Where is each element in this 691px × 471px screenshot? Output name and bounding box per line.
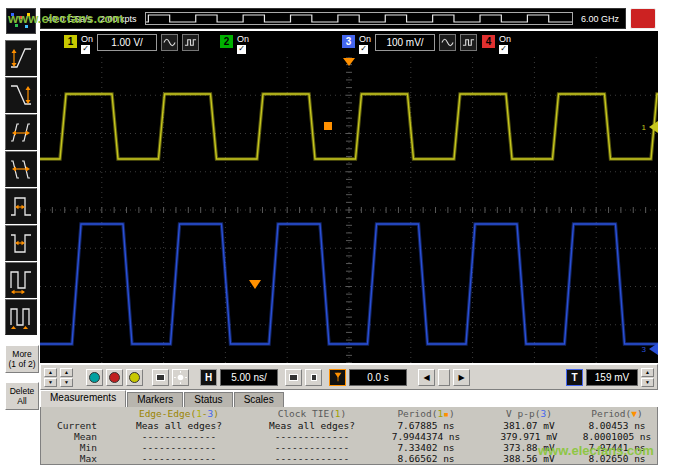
spin-down-button[interactable]: ▼ [60,378,73,387]
spin-up-button[interactable]: ▲ [44,368,57,377]
channel-2-checkbox[interactable]: ✓ [237,45,246,54]
logo-pixel [19,16,22,19]
table-row-min: Min ------------- ------------- 7.33402 … [41,442,657,453]
measurement-value: ------------- [105,453,253,464]
channel-1-checkbox[interactable]: ✓ [81,45,90,54]
measurement-value: 373.88 mV [481,442,577,453]
measurement-sidebar: More (1 of 2) Delete All [5,40,39,410]
pan-reset-button[interactable] [438,369,450,386]
fall-time-icon[interactable] [5,77,37,113]
square-wave-icon [462,36,475,49]
spin-down-button[interactable]: ▼ [641,378,654,387]
channel-1-coupling-button[interactable] [161,34,178,51]
column-header-clock-tie[interactable]: Clock TIE(1) [253,408,371,419]
period-icon[interactable] [5,262,37,298]
zoom-window-button[interactable] [285,369,302,386]
waveform-display[interactable]: 13 [40,57,658,363]
delta-time-rising-icon[interactable] [5,114,37,150]
tab-measurements[interactable]: Measurements [40,390,126,407]
trigger-level-readout[interactable]: 159 mV [586,369,638,386]
screen-icon [156,374,165,381]
channel-3-badge[interactable]: 3 [342,35,355,48]
square-wave-icon [184,36,197,49]
column-header-period-1[interactable]: Period(1▪) [371,408,481,419]
channel-1-scale[interactable]: 1.00 V/ [97,34,157,51]
positive-pulse-width-icon[interactable] [5,188,37,224]
brightness-button[interactable] [172,369,189,386]
trigger-icon[interactable]: T [566,369,583,386]
channel-2-badge[interactable]: 2 [220,35,233,48]
teal-circle-icon [89,372,100,383]
preview-waveform [146,13,572,24]
channel-3-checkbox[interactable]: ✓ [359,45,368,54]
spin-up-button[interactable]: ▲ [641,368,654,377]
time-reference-icon[interactable] [329,369,346,386]
sine-icon [163,36,176,49]
scope-graticule: 13 [40,57,658,363]
channel-1-probe-button[interactable] [182,34,199,51]
display-settings-button[interactable] [152,369,169,386]
column-header-edge-edge[interactable]: Edge-Edge(1-3) [105,408,253,419]
channel-3-controls: 3 On ✓ 100 mV/ [342,35,477,54]
channel-2-on-label: On [237,35,249,44]
channel-3-coupling-button[interactable] [439,34,456,51]
logo-pixel [11,13,14,16]
row-label: Current [41,420,105,431]
pan-right-button[interactable]: ▶ [453,369,470,386]
channel-1-controls: 1 On ✓ 1.00 V/ [64,35,199,54]
table-row-current: Current Meas all edges? Meas all edges? … [41,420,657,431]
measurements-table: Edge-Edge(1-3) Clock TIE(1) Period(1▪) V… [40,407,658,465]
sine-icon [441,36,454,49]
channel-4-checkbox[interactable]: ✓ [499,45,508,54]
measurement-value: Meas all edges? [253,420,371,431]
marker-color-yellow-button[interactable] [126,369,143,386]
measurement-value: 388.56 mV [481,453,577,464]
channel-1-badge[interactable]: 1 [64,35,77,48]
more-label: More [6,349,38,359]
delete-label: Delete [6,386,38,396]
measurement-value: ------------- [253,431,371,442]
table-header-row: Edge-Edge(1-3) Clock TIE(1) Period(1▪) V… [41,407,657,420]
vertical-scale-spinner: ▲ ▼ [44,368,57,387]
yellow-circle-icon [129,372,140,383]
channel-3-on-label: On [359,35,371,44]
column-header-period-2[interactable]: Period(▼) [577,408,657,419]
stop-button[interactable] [630,8,656,29]
channel-4-badge[interactable]: 4 [482,35,495,48]
channel-3-probe-button[interactable] [460,34,477,51]
tab-status[interactable]: Status [184,392,232,407]
delete-all-button[interactable]: Delete All [5,382,39,410]
channel-4-on-label: On [499,35,511,44]
tab-scales[interactable]: Scales [234,392,284,407]
delay-readout[interactable]: 0.0 s [349,369,407,386]
infiniium-logo [6,8,36,34]
table-row-mean: Mean ------------- ------------- 7.99443… [41,431,657,442]
channel-3-scale[interactable]: 100 mV/ [375,34,435,51]
pan-left-button[interactable]: ◀ [418,369,435,386]
measurement-value: 8.00453 ns [577,420,657,431]
negative-pulse-width-icon[interactable] [5,225,37,261]
measurement-value: 379.971 mV [481,431,577,442]
measurement-value: 8.02650 ns [577,453,657,464]
logo-pixel [25,25,28,28]
sample-rate-readout: 40.0 GSa/s [47,14,92,24]
measurement-value: 7.97441 ns [577,442,657,453]
spin-up-button[interactable]: ▲ [60,368,73,377]
rise-time-icon[interactable] [5,40,37,76]
delete-label-2: All [6,396,38,406]
column-header-vpp[interactable]: V p-p(3) [481,408,577,419]
tab-markers[interactable]: Markers [127,392,183,407]
delta-time-falling-icon[interactable] [5,151,37,187]
red-circle-icon [109,372,120,383]
zoom-window-2-button[interactable] [305,369,322,386]
window-icon [289,374,298,381]
measurement-value: Meas all edges? [105,420,253,431]
marker-color-teal-button[interactable] [86,369,103,386]
more-button[interactable]: More (1 of 2) [5,345,39,373]
horizontal-icon[interactable]: H [200,369,217,386]
frequency-icon[interactable] [5,299,37,335]
channel-2-controls: 2 On ✓ [220,35,249,54]
spin-down-button[interactable]: ▼ [44,378,57,387]
marker-color-red-button[interactable] [106,369,123,386]
timebase-scale-readout[interactable]: 5.00 ns/ [220,369,278,386]
